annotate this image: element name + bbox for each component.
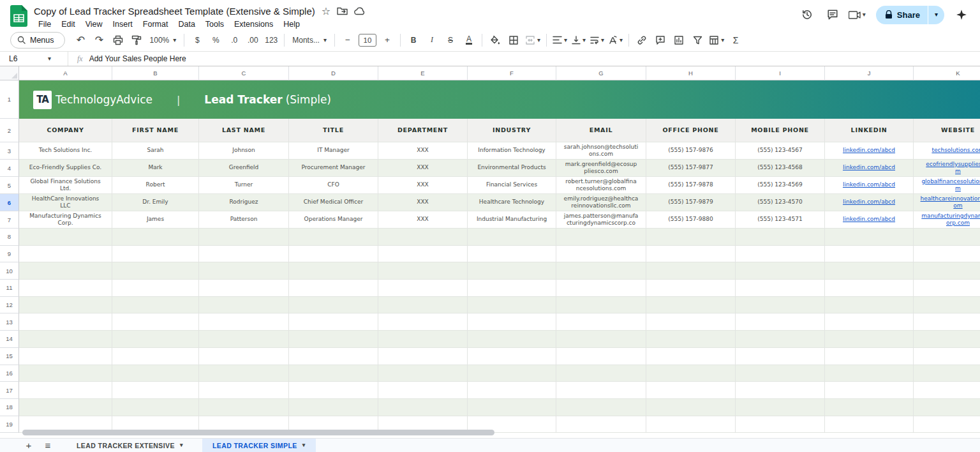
- insert-link-button[interactable]: [633, 31, 651, 49]
- insert-chart-button[interactable]: [670, 31, 688, 49]
- empty-cell[interactable]: [289, 262, 378, 280]
- row-header-16[interactable]: 16: [0, 365, 19, 382]
- cell-website-link[interactable]: healthcareinnovationsllc.c om: [914, 194, 980, 211]
- empty-cell[interactable]: [825, 246, 914, 263]
- menu-help[interactable]: Help: [279, 19, 304, 29]
- strikethrough-button[interactable]: S: [442, 31, 459, 49]
- empty-cell[interactable]: [112, 280, 199, 297]
- empty-cell[interactable]: [19, 399, 112, 416]
- fill-color-button[interactable]: [486, 31, 504, 49]
- empty-cell[interactable]: [468, 297, 556, 314]
- empty-cell[interactable]: [19, 280, 112, 297]
- cell-email[interactable]: robert.turner@globalfina ncesolutions.co…: [556, 177, 646, 194]
- empty-cell[interactable]: [556, 365, 646, 382]
- header-linkedin[interactable]: LINKEDIN: [825, 119, 914, 142]
- empty-cell[interactable]: [736, 365, 825, 382]
- cell-first-name[interactable]: Dr. Emily: [112, 194, 199, 211]
- row-header-18[interactable]: 18: [0, 399, 19, 416]
- redo-button[interactable]: ↷: [91, 31, 108, 49]
- empty-cell[interactable]: [646, 280, 736, 297]
- empty-cell[interactable]: [646, 262, 736, 280]
- cell-website-link[interactable]: globalfinancesolutions.co m: [914, 177, 980, 194]
- header-department[interactable]: DEPARTMENT: [378, 119, 468, 142]
- row-header-14[interactable]: 14: [0, 331, 19, 348]
- empty-cell[interactable]: [289, 399, 378, 416]
- cell-linkedin-link[interactable]: linkedin.com/abcd: [825, 160, 914, 177]
- empty-cell[interactable]: [736, 297, 825, 314]
- empty-cell[interactable]: [199, 229, 289, 246]
- horizontal-align-button[interactable]: ▾: [551, 31, 569, 49]
- empty-cell[interactable]: [289, 246, 378, 263]
- column-header-d[interactable]: D: [289, 66, 378, 80]
- version-history-icon[interactable]: [798, 5, 817, 24]
- empty-cell[interactable]: [914, 331, 980, 348]
- borders-button[interactable]: [505, 31, 523, 49]
- empty-cell[interactable]: [736, 313, 825, 331]
- column-header-j[interactable]: J: [825, 66, 914, 80]
- empty-cell[interactable]: [378, 399, 468, 416]
- gemini-sparkle-icon[interactable]: [952, 5, 971, 24]
- empty-cell[interactable]: [825, 348, 914, 365]
- cell-first-name[interactable]: Mark: [112, 160, 199, 177]
- empty-cell[interactable]: [112, 229, 199, 246]
- menu-extensions[interactable]: Extensions: [230, 19, 278, 29]
- increase-decimals-button[interactable]: .00: [244, 31, 262, 49]
- insert-comment-button[interactable]: [651, 31, 669, 49]
- empty-cell[interactable]: [556, 262, 646, 280]
- cell-mobile-phone[interactable]: (555) 123-4570: [736, 194, 825, 211]
- name-box[interactable]: L6 ▾: [0, 54, 56, 63]
- cell-industry[interactable]: Industrial Manufacturing: [468, 211, 556, 229]
- empty-cell[interactable]: [736, 348, 825, 365]
- row-header-3[interactable]: 3: [0, 142, 19, 160]
- cell-department[interactable]: XXX: [378, 177, 468, 194]
- cell-last-name[interactable]: Greenfield: [199, 160, 289, 177]
- column-header-f[interactable]: F: [468, 66, 556, 80]
- empty-cell[interactable]: [736, 280, 825, 297]
- empty-cell[interactable]: [468, 365, 556, 382]
- empty-cell[interactable]: [19, 229, 112, 246]
- header-mobile-phone[interactable]: MOBILE PHONE: [736, 119, 825, 142]
- empty-cell[interactable]: [646, 331, 736, 348]
- empty-cell[interactable]: [112, 331, 199, 348]
- cell-email[interactable]: sarah.johnson@techsoluti ons.com: [556, 142, 646, 160]
- cell-last-name[interactable]: Johnson: [199, 142, 289, 160]
- empty-cell[interactable]: [378, 280, 468, 297]
- text-color-button[interactable]: A: [460, 31, 478, 49]
- cell-industry[interactable]: Financial Services: [468, 177, 556, 194]
- empty-cell[interactable]: [378, 348, 468, 365]
- tab-lead-tracker-extensive[interactable]: LEAD TRACKER EXTENSIVE ▾: [66, 439, 193, 452]
- empty-cell[interactable]: [112, 382, 199, 399]
- cell-industry[interactable]: Information Technology: [468, 142, 556, 160]
- cell-department[interactable]: XXX: [378, 194, 468, 211]
- row-header-11[interactable]: 11: [0, 280, 19, 297]
- vertical-align-button[interactable]: ▾: [570, 31, 588, 49]
- empty-cell[interactable]: [378, 297, 468, 314]
- empty-cell[interactable]: [825, 262, 914, 280]
- horizontal-scrollbar-thumb[interactable]: [22, 430, 494, 435]
- empty-cell[interactable]: [914, 348, 980, 365]
- empty-cell[interactable]: [736, 246, 825, 263]
- empty-cell[interactable]: [112, 365, 199, 382]
- menu-insert[interactable]: Insert: [108, 19, 137, 29]
- menus-search-button[interactable]: Menus: [10, 32, 65, 49]
- empty-cell[interactable]: [19, 313, 112, 331]
- empty-cell[interactable]: [556, 297, 646, 314]
- empty-cell[interactable]: [825, 313, 914, 331]
- text-wrap-button[interactable]: ▾: [588, 31, 606, 49]
- empty-cell[interactable]: [199, 331, 289, 348]
- comments-icon[interactable]: [823, 5, 842, 24]
- empty-cell[interactable]: [825, 229, 914, 246]
- empty-cell[interactable]: [378, 313, 468, 331]
- cell-last-name[interactable]: Turner: [199, 177, 289, 194]
- cell-website-link[interactable]: techsolutions.com: [914, 142, 980, 160]
- cell-linkedin-link[interactable]: linkedin.com/abcd: [825, 194, 914, 211]
- row-header-4[interactable]: 4: [0, 160, 19, 177]
- column-header-k[interactable]: K: [914, 66, 980, 80]
- empty-cell[interactable]: [736, 229, 825, 246]
- banner-cell[interactable]: TA TechnologyAdvice | Lead Tracker (Simp…: [19, 80, 980, 119]
- empty-cell[interactable]: [468, 348, 556, 365]
- italic-button[interactable]: I: [423, 31, 441, 49]
- cell-title[interactable]: IT Manager: [289, 142, 378, 160]
- cell-linkedin-link[interactable]: linkedin.com/abcd: [825, 177, 914, 194]
- cell-title[interactable]: Operations Manager: [289, 211, 378, 229]
